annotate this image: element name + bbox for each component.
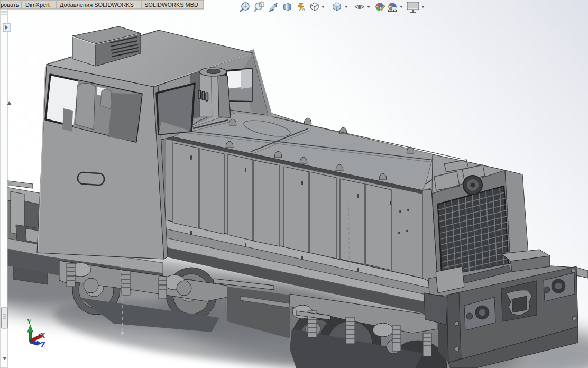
svg-text:Добавления SOLIDWORKS: Добавления SOLIDWORKS <box>60 2 134 8</box>
svg-text:A: A <box>302 7 305 12</box>
svg-text:Y: Y <box>26 318 32 326</box>
svg-text:Z: Z <box>41 341 45 349</box>
svg-text:X: X <box>40 332 45 340</box>
svg-text:DimXpert: DimXpert <box>25 2 50 8</box>
svg-text:SOLIDWORKS MBD: SOLIDWORKS MBD <box>144 2 198 8</box>
svg-text:ровать: ровать <box>1 2 19 8</box>
